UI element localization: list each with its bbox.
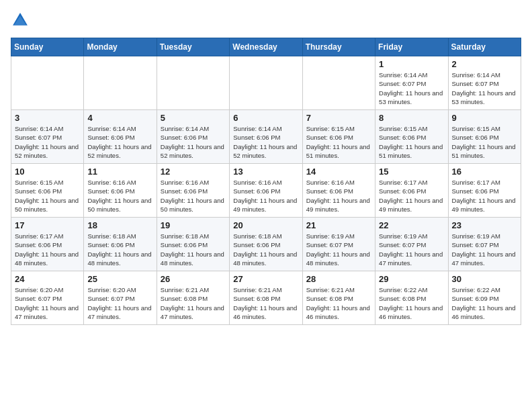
calendar-day-cell: 19Sunrise: 6:18 AM Sunset: 6:06 PM Dayli… — [157, 218, 229, 271]
day-number: 29 — [379, 274, 444, 284]
day-info: Sunrise: 6:19 AM Sunset: 6:07 PM Dayligh… — [379, 232, 444, 267]
day-number: 5 — [161, 113, 226, 123]
day-number: 20 — [233, 220, 298, 230]
day-info: Sunrise: 6:14 AM Sunset: 6:06 PM Dayligh… — [161, 124, 226, 160]
calendar-table: SundayMondayTuesdayWednesdayThursdayFrid… — [11, 38, 521, 325]
day-number: 26 — [161, 274, 226, 284]
calendar-day-cell: 12Sunrise: 6:16 AM Sunset: 6:06 PM Dayli… — [157, 164, 229, 218]
calendar-day-cell: 28Sunrise: 6:21 AM Sunset: 6:08 PM Dayli… — [302, 271, 375, 325]
day-number: 9 — [452, 113, 517, 123]
calendar-day-cell — [84, 56, 157, 110]
day-number: 10 — [15, 167, 80, 177]
calendar-day-cell — [230, 56, 302, 110]
day-info: Sunrise: 6:18 AM Sunset: 6:06 PM Dayligh… — [87, 232, 152, 267]
calendar-day-cell: 29Sunrise: 6:22 AM Sunset: 6:08 PM Dayli… — [375, 271, 448, 325]
calendar-week-row: 1Sunrise: 6:14 AM Sunset: 6:07 PM Daylig… — [11, 56, 521, 110]
calendar-day-cell: 8Sunrise: 6:15 AM Sunset: 6:06 PM Daylig… — [375, 110, 448, 164]
calendar-day-cell: 14Sunrise: 6:16 AM Sunset: 6:06 PM Dayli… — [302, 164, 375, 218]
calendar-day-cell: 2Sunrise: 6:14 AM Sunset: 6:07 PM Daylig… — [448, 56, 521, 110]
day-info: Sunrise: 6:14 AM Sunset: 6:06 PM Dayligh… — [233, 124, 298, 160]
logo-icon — [11, 11, 30, 30]
calendar-day-cell: 11Sunrise: 6:16 AM Sunset: 6:06 PM Dayli… — [84, 164, 157, 218]
calendar-day-cell: 6Sunrise: 6:14 AM Sunset: 6:06 PM Daylig… — [230, 110, 302, 164]
calendar-day-cell: 15Sunrise: 6:17 AM Sunset: 6:06 PM Dayli… — [375, 164, 448, 218]
day-info: Sunrise: 6:21 AM Sunset: 6:08 PM Dayligh… — [306, 285, 371, 321]
calendar-day-cell: 17Sunrise: 6:17 AM Sunset: 6:06 PM Dayli… — [11, 218, 84, 271]
day-number: 25 — [87, 274, 152, 284]
day-info: Sunrise: 6:15 AM Sunset: 6:06 PM Dayligh… — [379, 124, 444, 160]
calendar-day-cell: 25Sunrise: 6:20 AM Sunset: 6:07 PM Dayli… — [84, 271, 157, 325]
calendar-day-cell — [157, 56, 229, 110]
calendar-day-cell: 1Sunrise: 6:14 AM Sunset: 6:07 PM Daylig… — [375, 56, 448, 110]
day-info: Sunrise: 6:14 AM Sunset: 6:07 PM Dayligh… — [379, 71, 444, 106]
day-info: Sunrise: 6:16 AM Sunset: 6:06 PM Dayligh… — [87, 178, 152, 214]
day-info: Sunrise: 6:22 AM Sunset: 6:09 PM Dayligh… — [452, 285, 517, 321]
day-number: 17 — [15, 220, 80, 230]
day-number: 4 — [87, 113, 152, 123]
day-number: 3 — [15, 113, 80, 123]
day-number: 24 — [15, 274, 80, 284]
weekday-header: Monday — [84, 38, 157, 56]
weekday-header: Tuesday — [157, 38, 229, 56]
calendar-day-cell: 9Sunrise: 6:15 AM Sunset: 6:06 PM Daylig… — [448, 110, 521, 164]
weekday-header: Friday — [375, 38, 448, 56]
day-number: 22 — [379, 220, 444, 230]
day-info: Sunrise: 6:19 AM Sunset: 6:07 PM Dayligh… — [306, 232, 371, 267]
calendar-day-cell: 7Sunrise: 6:15 AM Sunset: 6:06 PM Daylig… — [302, 110, 375, 164]
day-number: 23 — [452, 220, 517, 230]
day-number: 16 — [452, 167, 517, 177]
page-header — [11, 11, 521, 30]
calendar-week-row: 17Sunrise: 6:17 AM Sunset: 6:06 PM Dayli… — [11, 218, 521, 271]
calendar-day-cell — [11, 56, 84, 110]
weekday-header: Sunday — [11, 38, 84, 56]
calendar-day-cell: 4Sunrise: 6:14 AM Sunset: 6:06 PM Daylig… — [84, 110, 157, 164]
day-number: 28 — [306, 274, 371, 284]
day-number: 18 — [87, 220, 152, 230]
calendar-day-cell: 26Sunrise: 6:21 AM Sunset: 6:08 PM Dayli… — [157, 271, 229, 325]
day-number: 12 — [161, 167, 226, 177]
weekday-header: Saturday — [448, 38, 521, 56]
day-number: 13 — [233, 167, 298, 177]
day-number: 15 — [379, 167, 444, 177]
day-info: Sunrise: 6:16 AM Sunset: 6:06 PM Dayligh… — [161, 178, 226, 214]
day-info: Sunrise: 6:18 AM Sunset: 6:06 PM Dayligh… — [161, 232, 226, 267]
calendar-day-cell — [302, 56, 375, 110]
day-info: Sunrise: 6:22 AM Sunset: 6:08 PM Dayligh… — [379, 285, 444, 321]
day-info: Sunrise: 6:20 AM Sunset: 6:07 PM Dayligh… — [15, 285, 80, 321]
calendar-day-cell: 23Sunrise: 6:19 AM Sunset: 6:07 PM Dayli… — [448, 218, 521, 271]
day-info: Sunrise: 6:17 AM Sunset: 6:06 PM Dayligh… — [452, 178, 517, 214]
day-number: 8 — [379, 113, 444, 123]
day-info: Sunrise: 6:17 AM Sunset: 6:06 PM Dayligh… — [379, 178, 444, 214]
day-number: 1 — [379, 59, 444, 69]
day-info: Sunrise: 6:19 AM Sunset: 6:07 PM Dayligh… — [452, 232, 517, 267]
day-info: Sunrise: 6:21 AM Sunset: 6:08 PM Dayligh… — [233, 285, 298, 321]
calendar-day-cell: 5Sunrise: 6:14 AM Sunset: 6:06 PM Daylig… — [157, 110, 229, 164]
day-info: Sunrise: 6:21 AM Sunset: 6:08 PM Dayligh… — [161, 285, 226, 321]
day-number: 6 — [233, 113, 298, 123]
weekday-header: Thursday — [302, 38, 375, 56]
calendar-day-cell: 13Sunrise: 6:16 AM Sunset: 6:06 PM Dayli… — [230, 164, 302, 218]
calendar-body: 1Sunrise: 6:14 AM Sunset: 6:07 PM Daylig… — [11, 56, 521, 325]
day-info: Sunrise: 6:16 AM Sunset: 6:06 PM Dayligh… — [306, 178, 371, 214]
calendar-day-cell: 18Sunrise: 6:18 AM Sunset: 6:06 PM Dayli… — [84, 218, 157, 271]
day-info: Sunrise: 6:20 AM Sunset: 6:07 PM Dayligh… — [87, 285, 152, 321]
calendar-day-cell: 10Sunrise: 6:15 AM Sunset: 6:06 PM Dayli… — [11, 164, 84, 218]
day-info: Sunrise: 6:15 AM Sunset: 6:06 PM Dayligh… — [15, 178, 80, 214]
day-number: 14 — [306, 167, 371, 177]
day-info: Sunrise: 6:14 AM Sunset: 6:07 PM Dayligh… — [452, 71, 517, 106]
day-number: 2 — [452, 59, 517, 69]
calendar-week-row: 10Sunrise: 6:15 AM Sunset: 6:06 PM Dayli… — [11, 164, 521, 218]
calendar-week-row: 3Sunrise: 6:14 AM Sunset: 6:07 PM Daylig… — [11, 110, 521, 164]
day-info: Sunrise: 6:18 AM Sunset: 6:06 PM Dayligh… — [233, 232, 298, 267]
day-number: 11 — [87, 167, 152, 177]
day-info: Sunrise: 6:14 AM Sunset: 6:06 PM Dayligh… — [87, 124, 152, 160]
day-number: 7 — [306, 113, 371, 123]
day-number: 27 — [233, 274, 298, 284]
calendar-day-cell: 20Sunrise: 6:18 AM Sunset: 6:06 PM Dayli… — [230, 218, 302, 271]
calendar-header: SundayMondayTuesdayWednesdayThursdayFrid… — [11, 38, 521, 56]
day-info: Sunrise: 6:15 AM Sunset: 6:06 PM Dayligh… — [452, 124, 517, 160]
calendar-day-cell: 30Sunrise: 6:22 AM Sunset: 6:09 PM Dayli… — [448, 271, 521, 325]
calendar-day-cell: 3Sunrise: 6:14 AM Sunset: 6:07 PM Daylig… — [11, 110, 84, 164]
day-info: Sunrise: 6:14 AM Sunset: 6:07 PM Dayligh… — [15, 124, 80, 160]
calendar-day-cell: 22Sunrise: 6:19 AM Sunset: 6:07 PM Dayli… — [375, 218, 448, 271]
